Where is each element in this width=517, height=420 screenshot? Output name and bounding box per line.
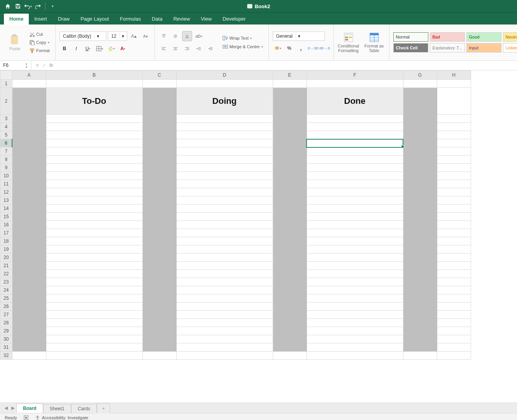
- save-icon[interactable]: [13, 2, 23, 11]
- cell-F26[interactable]: [307, 303, 403, 311]
- cell-C4[interactable]: [142, 123, 176, 131]
- row-header-30[interactable]: 30: [0, 335, 12, 343]
- style-check-cell[interactable]: Check Cell: [393, 43, 428, 52]
- cell-A25[interactable]: [12, 294, 46, 303]
- cell-B2[interactable]: To-Do: [46, 88, 142, 115]
- cell-E19[interactable]: [273, 245, 307, 254]
- cell-A5[interactable]: [12, 131, 46, 139]
- cell-G19[interactable]: [403, 245, 437, 254]
- row-header-9[interactable]: 9: [0, 164, 12, 172]
- col-header-G[interactable]: G: [403, 71, 437, 80]
- cell-H3[interactable]: [437, 115, 471, 123]
- row-header-11[interactable]: 11: [0, 180, 12, 188]
- cell-D14[interactable]: [176, 205, 273, 213]
- tab-draw[interactable]: Draw: [53, 14, 75, 24]
- cell-A16[interactable]: [12, 221, 46, 229]
- cell-G31[interactable]: [403, 343, 437, 352]
- cell-A31[interactable]: [12, 343, 46, 352]
- align-center-button[interactable]: [170, 44, 181, 54]
- cell-H15[interactable]: [437, 213, 471, 221]
- cell-C7[interactable]: [142, 147, 176, 156]
- cell-A1[interactable]: [12, 80, 46, 88]
- currency-button[interactable]: ▾: [273, 43, 283, 53]
- cell-F19[interactable]: [307, 245, 403, 254]
- cell-F30[interactable]: [307, 335, 403, 343]
- cell-D2[interactable]: Doing: [176, 88, 273, 115]
- cell-G29[interactable]: [403, 327, 437, 335]
- cell-F32[interactable]: [307, 352, 403, 360]
- orientation-button[interactable]: ab▾: [194, 31, 204, 41]
- cell-D26[interactable]: [176, 303, 273, 311]
- cell-F17[interactable]: [307, 229, 403, 237]
- cell-F12[interactable]: [307, 188, 403, 196]
- row-header-26[interactable]: 26: [0, 303, 12, 311]
- cell-B31[interactable]: [46, 343, 142, 352]
- row-header-16[interactable]: 16: [0, 221, 12, 229]
- cell-B7[interactable]: [46, 147, 142, 156]
- row-header-17[interactable]: 17: [0, 229, 12, 237]
- cell-A17[interactable]: [12, 229, 46, 237]
- cell-H5[interactable]: [437, 131, 471, 139]
- cell-C3[interactable]: [142, 115, 176, 123]
- cell-A2[interactable]: [12, 88, 46, 115]
- cell-E4[interactable]: [273, 123, 307, 131]
- row-header-1[interactable]: 1: [0, 80, 12, 88]
- cell-C25[interactable]: [142, 294, 176, 303]
- cell-E24[interactable]: [273, 286, 307, 294]
- cell-C8[interactable]: [142, 156, 176, 164]
- cell-D22[interactable]: [176, 270, 273, 278]
- cell-C9[interactable]: [142, 164, 176, 172]
- cell-G18[interactable]: [403, 237, 437, 245]
- cell-C1[interactable]: [142, 80, 176, 88]
- tab-developer[interactable]: Developer: [217, 14, 251, 24]
- increase-font-button[interactable]: A▴: [129, 31, 139, 41]
- row-header-15[interactable]: 15: [0, 213, 12, 221]
- cell-G2[interactable]: [403, 88, 437, 115]
- sheet-nav-next-icon[interactable]: ▶: [9, 404, 16, 411]
- row-header-31[interactable]: 31: [0, 343, 12, 352]
- cell-G25[interactable]: [403, 294, 437, 303]
- cell-E13[interactable]: [273, 196, 307, 205]
- cell-G26[interactable]: [403, 303, 437, 311]
- redo-button[interactable]: [33, 2, 43, 11]
- cell-E30[interactable]: [273, 335, 307, 343]
- cell-B1[interactable]: [46, 80, 142, 88]
- cell-D23[interactable]: [176, 278, 273, 286]
- format-as-table-button[interactable]: Format as Table: [363, 32, 385, 53]
- tab-insert[interactable]: Insert: [29, 14, 53, 24]
- cell-E31[interactable]: [273, 343, 307, 352]
- cell-C30[interactable]: [142, 335, 176, 343]
- cell-D31[interactable]: [176, 343, 273, 352]
- cell-B23[interactable]: [46, 278, 142, 286]
- cell-B20[interactable]: [46, 254, 142, 262]
- cell-H17[interactable]: [437, 229, 471, 237]
- col-header-D[interactable]: D: [176, 71, 273, 80]
- cell-C26[interactable]: [142, 303, 176, 311]
- bold-button[interactable]: B: [60, 44, 70, 54]
- worksheet-grid[interactable]: ABCDEFGH12To-DoDoingDone3456789101112131…: [0, 70, 517, 402]
- style-bad[interactable]: Bad: [430, 32, 465, 42]
- cell-G24[interactable]: [403, 286, 437, 294]
- cell-H10[interactable]: [437, 172, 471, 180]
- cell-G10[interactable]: [403, 172, 437, 180]
- cell-C24[interactable]: [142, 286, 176, 294]
- cell-B4[interactable]: [46, 123, 142, 131]
- row-header-24[interactable]: 24: [0, 286, 12, 294]
- cell-E28[interactable]: [273, 319, 307, 327]
- cell-D9[interactable]: [176, 164, 273, 172]
- col-header-A[interactable]: A: [12, 71, 46, 80]
- cell-F14[interactable]: [307, 205, 403, 213]
- style-normal[interactable]: Normal: [393, 32, 428, 42]
- col-header-F[interactable]: F: [307, 71, 403, 80]
- cell-B29[interactable]: [46, 327, 142, 335]
- formula-input[interactable]: [57, 61, 517, 70]
- cell-G27[interactable]: [403, 311, 437, 319]
- cell-F9[interactable]: [307, 164, 403, 172]
- cell-C28[interactable]: [142, 319, 176, 327]
- cell-G22[interactable]: [403, 270, 437, 278]
- cell-C22[interactable]: [142, 270, 176, 278]
- cell-G4[interactable]: [403, 123, 437, 131]
- row-header-7[interactable]: 7: [0, 147, 12, 156]
- cell-D25[interactable]: [176, 294, 273, 303]
- row-header-3[interactable]: 3: [0, 115, 12, 123]
